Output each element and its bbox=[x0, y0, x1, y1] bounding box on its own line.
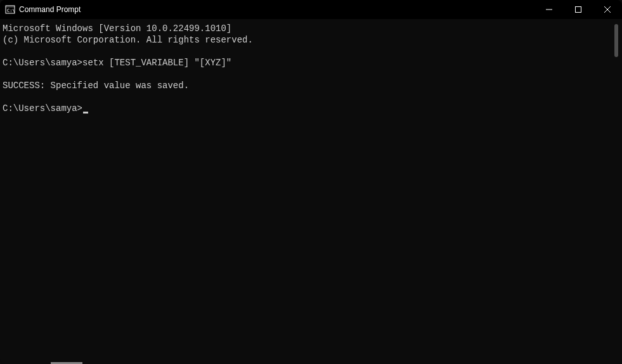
scrollbar[interactable] bbox=[611, 23, 619, 360]
terminal-prompt: C:\Users\samya> bbox=[3, 103, 82, 114]
terminal-line: C:\Users\samya>setx [TEST_VARIABLE] "[XY… bbox=[3, 58, 231, 68]
terminal-line: (c) Microsoft Corporation. All rights re… bbox=[3, 35, 253, 45]
cursor bbox=[83, 112, 88, 114]
terminal-line: SUCCESS: Specified value was saved. bbox=[3, 81, 189, 91]
svg-rect-1 bbox=[6, 6, 15, 8]
cmd-icon: C:\ bbox=[5, 4, 15, 15]
minimize-button[interactable] bbox=[535, 0, 564, 19]
terminal-output: Microsoft Windows [Version 10.0.22499.10… bbox=[3, 23, 611, 360]
scrollbar-thumb[interactable] bbox=[614, 24, 618, 57]
terminal-line: Microsoft Windows [Version 10.0.22499.10… bbox=[3, 23, 231, 34]
terminal-area[interactable]: Microsoft Windows [Version 10.0.22499.10… bbox=[0, 19, 622, 364]
svg-text:C:\: C:\ bbox=[7, 8, 15, 13]
command-prompt-window: C:\ Command Prompt Micr bbox=[0, 0, 622, 364]
window-title: Command Prompt bbox=[19, 5, 535, 14]
window-controls bbox=[535, 0, 622, 19]
svg-rect-4 bbox=[576, 7, 581, 13]
titlebar[interactable]: C:\ Command Prompt bbox=[0, 0, 622, 19]
close-button[interactable] bbox=[593, 0, 622, 19]
maximize-button[interactable] bbox=[564, 0, 593, 19]
